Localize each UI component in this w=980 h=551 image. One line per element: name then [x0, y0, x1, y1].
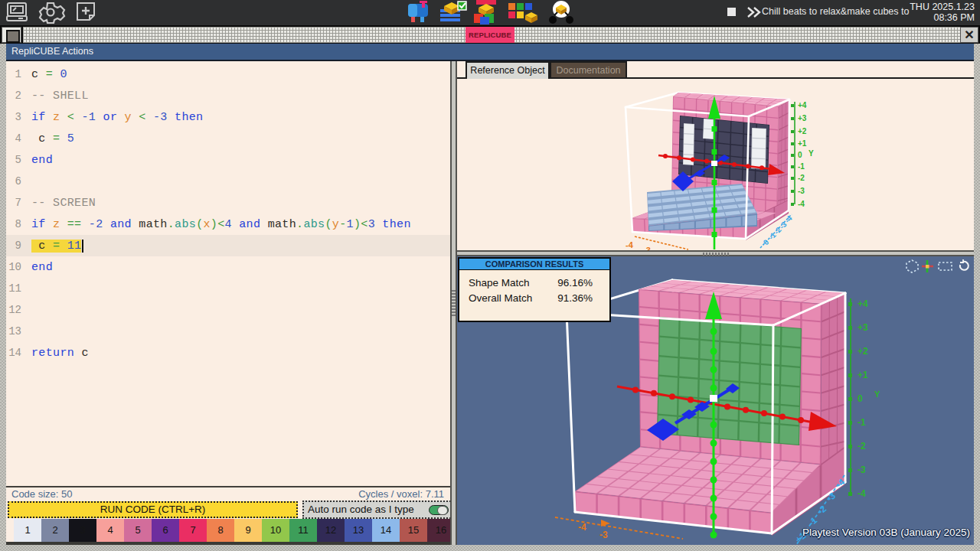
- svg-text:0: 0: [858, 393, 863, 404]
- svg-text:+1: +1: [858, 370, 868, 380]
- svg-text:Y: Y: [874, 390, 880, 399]
- svg-text:-3: -3: [798, 187, 805, 195]
- svg-text:-2: -2: [798, 174, 805, 182]
- svg-text:-2: -2: [815, 504, 828, 517]
- svg-text:-4: -4: [858, 488, 866, 499]
- svg-text:+2: +2: [858, 346, 868, 357]
- svg-text:-3: -3: [858, 465, 866, 475]
- svg-text:-1: -1: [798, 162, 805, 171]
- svg-text:-4: -4: [578, 522, 586, 533]
- svg-text:+1: +1: [798, 139, 807, 148]
- svg-text:+3: +3: [858, 322, 868, 333]
- svg-text:+2: +2: [798, 127, 807, 135]
- svg-text:0: 0: [798, 151, 802, 159]
- svg-text:+4: +4: [798, 101, 807, 109]
- svg-text:+3: +3: [798, 114, 807, 122]
- svg-text:-2: -2: [858, 441, 866, 452]
- svg-text:Y: Y: [808, 149, 814, 158]
- svg-text:-4: -4: [798, 200, 805, 208]
- svg-text:-4: -4: [626, 240, 634, 249]
- svg-text:-1: -1: [858, 417, 866, 428]
- svg-text:-3: -3: [599, 530, 608, 540]
- svg-text:+4: +4: [858, 298, 868, 309]
